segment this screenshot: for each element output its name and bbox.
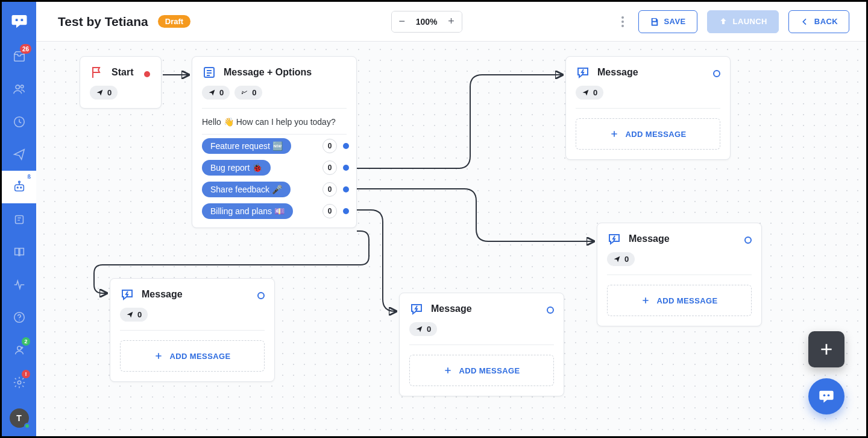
node-title: Message — [142, 289, 183, 300]
svg-point-15 — [823, 394, 826, 396]
beta-badge: ß — [26, 173, 33, 180]
node-port-icon[interactable] — [744, 236, 752, 244]
option-row[interactable]: Billing and plans 💷 0 — [202, 203, 349, 219]
node-title: Message — [629, 233, 670, 244]
add-message-button[interactable]: ADD MESSAGE — [607, 285, 752, 316]
svg-point-16 — [828, 394, 830, 396]
svg-point-12 — [17, 346, 20, 350]
settings-alert-badge: ! — [22, 370, 30, 378]
nav-help[interactable] — [2, 301, 36, 334]
zoom-in-button[interactable]: + — [441, 11, 462, 32]
presence-dot — [24, 423, 30, 429]
inbox-badge: 26 — [20, 44, 31, 54]
option-row[interactable]: Share feedback 🎤 0 — [202, 182, 349, 197]
flow-canvas[interactable]: Start 0 Message + Options 0 0 — [36, 42, 866, 436]
sent-stat: 0 — [409, 322, 437, 336]
node-start[interactable]: Start 0 — [80, 56, 162, 109]
svg-rect-9 — [15, 216, 23, 224]
nav-contacts[interactable] — [2, 73, 36, 106]
node-message[interactable]: Message 0 ADD MESSAGE — [399, 293, 564, 396]
chat-bolt-icon — [576, 65, 590, 80]
launch-button[interactable]: LAUNCH — [707, 10, 779, 33]
node-body-text: Hello 👋 How can I help you today? — [192, 109, 356, 134]
left-sidebar: 26 ß 2 ! — [2, 2, 36, 436]
chat-bolt-icon — [120, 287, 134, 302]
nav-team[interactable]: 2 — [2, 334, 36, 366]
node-port-icon[interactable] — [257, 292, 265, 299]
avatar-initial: T — [16, 413, 22, 423]
nav-activity[interactable] — [2, 268, 36, 301]
node-title: Start — [112, 67, 133, 78]
sent-stat: 0 — [90, 86, 118, 100]
node-message[interactable]: Message 0 ADD MESSAGE — [597, 223, 762, 326]
add-message-button[interactable]: ADD MESSAGE — [409, 355, 554, 386]
node-message[interactable]: Message 0 ADD MESSAGE — [110, 278, 275, 382]
svg-point-6 — [18, 181, 20, 183]
nav-history[interactable] — [2, 106, 36, 138]
node-title: Message — [431, 303, 472, 314]
option-port[interactable] — [343, 165, 349, 171]
top-header: Test by Tetiana Draft − 100% + SAVE LAUN… — [36, 2, 866, 42]
option-count: 0 — [322, 204, 337, 218]
zoom-out-button[interactable]: − — [392, 11, 412, 32]
start-port-icon — [144, 71, 150, 77]
option-row[interactable]: Bug report 🐞 0 — [202, 160, 349, 176]
node-port-icon[interactable] — [713, 70, 720, 77]
node-message[interactable]: Message 0 ADD MESSAGE — [565, 56, 731, 160]
chat-bolt-icon — [409, 302, 424, 316]
sent-stat: 0 — [202, 86, 230, 100]
option-chip[interactable]: Billing and plans 💷 — [202, 203, 293, 219]
sent-stat: 0 — [607, 252, 635, 266]
nav-knowledge[interactable] — [2, 203, 36, 236]
svg-point-11 — [19, 320, 19, 320]
back-button[interactable]: BACK — [788, 10, 849, 33]
node-title: Message + Options — [224, 67, 312, 78]
save-button[interactable]: SAVE — [638, 10, 697, 33]
node-port-icon[interactable] — [547, 306, 554, 314]
nav-chatbot[interactable]: ß — [2, 171, 36, 203]
svg-point-2 — [16, 85, 19, 89]
option-count: 0 — [322, 139, 337, 153]
svg-point-3 — [20, 85, 24, 88]
help-chat-fab[interactable] — [808, 378, 844, 414]
option-count: 0 — [322, 160, 337, 175]
options-list: Feature request 🆕 0 Bug report 🐞 0 Share… — [192, 135, 356, 227]
flag-icon — [90, 65, 104, 80]
option-row[interactable]: Feature request 🆕 0 — [202, 138, 349, 154]
add-message-button[interactable]: ADD MESSAGE — [576, 118, 720, 150]
story-title: Test by Tetiana — [58, 14, 148, 29]
app-logo[interactable] — [2, 2, 36, 40]
chat-bolt-icon — [607, 232, 621, 246]
user-avatar[interactable]: T — [10, 408, 29, 428]
zoom-value: 100% — [412, 17, 441, 27]
svg-point-13 — [17, 381, 21, 384]
option-port[interactable] — [343, 208, 349, 214]
nav-settings[interactable]: ! — [2, 366, 36, 399]
node-title: Message — [597, 67, 638, 78]
add-message-button[interactable]: ADD MESSAGE — [120, 340, 265, 372]
svg-rect-5 — [14, 185, 24, 191]
nav-inbox[interactable]: 26 — [2, 40, 36, 73]
team-badge: 2 — [22, 337, 30, 346]
option-chip[interactable]: Feature request 🆕 — [202, 138, 291, 154]
svg-rect-1 — [20, 19, 23, 21]
list-icon — [202, 65, 216, 80]
option-chip[interactable]: Share feedback 🎤 — [202, 182, 291, 197]
recv-stat: 0 — [234, 86, 262, 100]
option-chip[interactable]: Bug report 🐞 — [202, 160, 271, 176]
nav-campaigns[interactable] — [2, 138, 36, 171]
status-pill: Draft — [158, 15, 190, 28]
add-node-fab[interactable] — [808, 331, 844, 367]
svg-point-7 — [17, 187, 18, 188]
sent-stat: 0 — [576, 86, 603, 100]
more-menu[interactable] — [617, 11, 629, 32]
nav-library[interactable] — [2, 236, 36, 268]
sent-stat: 0 — [120, 308, 148, 322]
svg-point-8 — [20, 187, 21, 188]
zoom-control: − 100% + — [391, 11, 462, 33]
svg-rect-0 — [15, 19, 17, 21]
option-port[interactable] — [343, 143, 349, 149]
node-message-options[interactable]: Message + Options 0 0 Hello 👋 How can I … — [192, 56, 357, 228]
option-port[interactable] — [343, 186, 349, 192]
option-count: 0 — [322, 182, 337, 197]
